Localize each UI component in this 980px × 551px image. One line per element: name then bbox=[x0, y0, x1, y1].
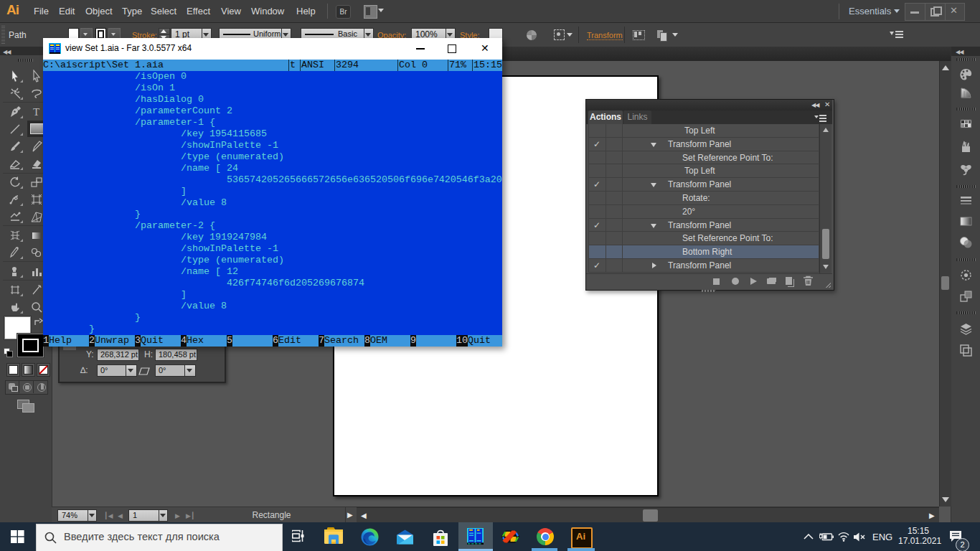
svg-text:T: T bbox=[33, 106, 39, 118]
